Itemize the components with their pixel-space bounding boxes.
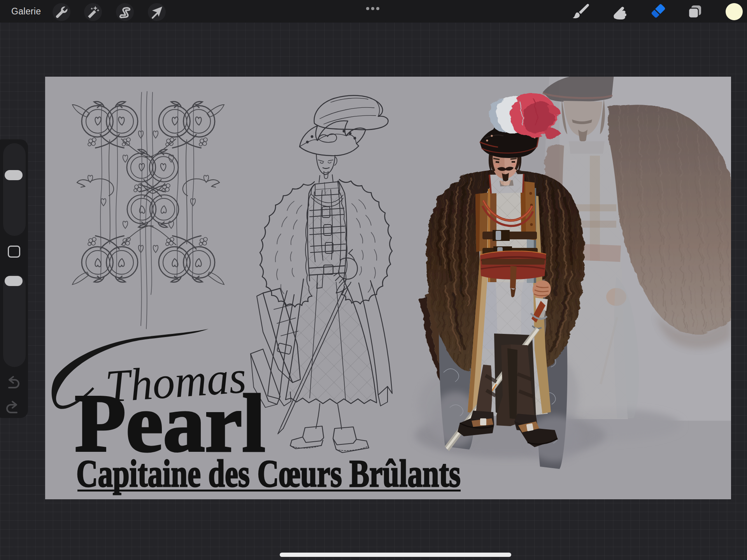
svg-text:Capitaine des Cœurs Brûlants: Capitaine des Cœurs Brûlants [76, 452, 461, 495]
